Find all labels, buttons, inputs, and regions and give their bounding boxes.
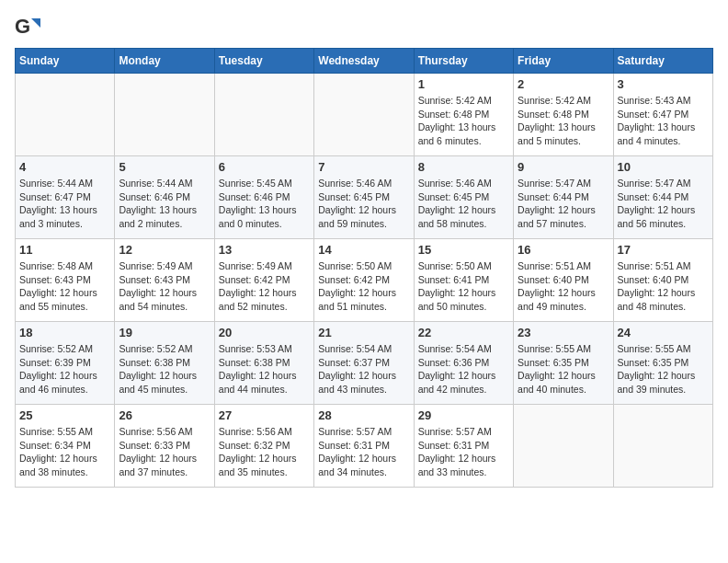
calendar-cell: 11Sunrise: 5:48 AM Sunset: 6:43 PM Dayli…	[16, 239, 115, 322]
day-info: Sunrise: 5:51 AM Sunset: 6:40 PM Dayligh…	[618, 259, 709, 314]
day-info: Sunrise: 5:54 AM Sunset: 6:37 PM Dayligh…	[318, 342, 409, 396]
day-info: Sunrise: 5:55 AM Sunset: 6:34 PM Dayligh…	[19, 425, 110, 479]
calendar-cell: 14Sunrise: 5:50 AM Sunset: 6:42 PM Dayli…	[314, 239, 414, 322]
day-info: Sunrise: 5:56 AM Sunset: 6:32 PM Dayligh…	[219, 425, 310, 479]
day-number: 25	[19, 408, 110, 422]
day-number: 9	[518, 160, 609, 174]
day-number: 12	[119, 243, 210, 257]
day-number: 28	[318, 408, 409, 422]
calendar-cell: 4Sunrise: 5:44 AM Sunset: 6:47 PM Daylig…	[16, 156, 115, 239]
weekday-header-monday: Monday	[115, 49, 214, 74]
day-number: 1	[418, 77, 509, 91]
day-number: 23	[518, 326, 609, 339]
day-number: 21	[318, 326, 409, 339]
day-number: 16	[518, 243, 609, 257]
day-info: Sunrise: 5:46 AM Sunset: 6:45 PM Dayligh…	[318, 177, 409, 231]
day-info: Sunrise: 5:50 AM Sunset: 6:41 PM Dayligh…	[418, 259, 509, 314]
day-number: 5	[119, 160, 210, 174]
day-number: 8	[418, 160, 509, 174]
calendar-cell: 25Sunrise: 5:55 AM Sunset: 6:34 PM Dayli…	[16, 405, 115, 488]
calendar-week-row: 1Sunrise: 5:42 AM Sunset: 6:48 PM Daylig…	[16, 74, 713, 156]
day-info: Sunrise: 5:53 AM Sunset: 6:38 PM Dayligh…	[219, 342, 310, 396]
day-info: Sunrise: 5:49 AM Sunset: 6:42 PM Dayligh…	[219, 259, 310, 314]
calendar-table: SundayMondayTuesdayWednesdayThursdayFrid…	[15, 48, 713, 488]
calendar-cell	[613, 405, 712, 488]
logo: G	[15, 15, 44, 40]
day-number: 19	[119, 326, 210, 339]
day-number: 6	[219, 160, 310, 174]
weekday-header-friday: Friday	[514, 49, 613, 74]
day-number: 14	[318, 243, 409, 257]
calendar-week-row: 11Sunrise: 5:48 AM Sunset: 6:43 PM Dayli…	[16, 239, 713, 322]
calendar-cell: 17Sunrise: 5:51 AM Sunset: 6:40 PM Dayli…	[613, 239, 712, 322]
calendar-cell: 23Sunrise: 5:55 AM Sunset: 6:35 PM Dayli…	[514, 322, 613, 405]
calendar-cell: 15Sunrise: 5:50 AM Sunset: 6:41 PM Dayli…	[414, 239, 513, 322]
weekday-header-thursday: Thursday	[414, 49, 513, 74]
calendar-cell: 21Sunrise: 5:54 AM Sunset: 6:37 PM Dayli…	[314, 322, 414, 405]
calendar-cell: 26Sunrise: 5:56 AM Sunset: 6:33 PM Dayli…	[115, 405, 214, 488]
calendar-cell: 1Sunrise: 5:42 AM Sunset: 6:48 PM Daylig…	[414, 74, 513, 156]
calendar-cell: 19Sunrise: 5:52 AM Sunset: 6:38 PM Dayli…	[115, 322, 214, 405]
calendar-week-row: 4Sunrise: 5:44 AM Sunset: 6:47 PM Daylig…	[16, 156, 713, 239]
calendar-cell: 8Sunrise: 5:46 AM Sunset: 6:45 PM Daylig…	[414, 156, 513, 239]
header: G	[15, 15, 713, 40]
day-number: 4	[19, 160, 110, 174]
calendar-cell: 27Sunrise: 5:56 AM Sunset: 6:32 PM Dayli…	[214, 405, 313, 488]
day-number: 3	[618, 77, 709, 91]
weekday-header-tuesday: Tuesday	[214, 49, 313, 74]
calendar-cell: 13Sunrise: 5:49 AM Sunset: 6:42 PM Dayli…	[214, 239, 313, 322]
day-number: 20	[219, 326, 310, 339]
weekday-header-wednesday: Wednesday	[314, 49, 414, 74]
day-info: Sunrise: 5:42 AM Sunset: 6:48 PM Dayligh…	[418, 94, 509, 148]
calendar-header-row: SundayMondayTuesdayWednesdayThursdayFrid…	[16, 49, 713, 74]
calendar-cell	[314, 74, 414, 156]
svg-text:G: G	[15, 15, 30, 38]
day-info: Sunrise: 5:50 AM Sunset: 6:42 PM Dayligh…	[318, 259, 409, 314]
day-info: Sunrise: 5:45 AM Sunset: 6:46 PM Dayligh…	[219, 177, 310, 231]
day-number: 18	[19, 326, 110, 339]
day-info: Sunrise: 5:43 AM Sunset: 6:47 PM Dayligh…	[618, 94, 709, 148]
day-info: Sunrise: 5:55 AM Sunset: 6:35 PM Dayligh…	[618, 342, 709, 396]
day-number: 26	[119, 408, 210, 422]
calendar-cell: 29Sunrise: 5:57 AM Sunset: 6:31 PM Dayli…	[414, 405, 513, 488]
calendar-week-row: 18Sunrise: 5:52 AM Sunset: 6:39 PM Dayli…	[16, 322, 713, 405]
calendar-cell	[115, 74, 214, 156]
calendar-cell: 7Sunrise: 5:46 AM Sunset: 6:45 PM Daylig…	[314, 156, 414, 239]
day-info: Sunrise: 5:42 AM Sunset: 6:48 PM Dayligh…	[518, 94, 609, 148]
day-info: Sunrise: 5:52 AM Sunset: 6:38 PM Dayligh…	[119, 342, 210, 396]
day-number: 29	[418, 408, 509, 422]
day-info: Sunrise: 5:44 AM Sunset: 6:46 PM Dayligh…	[119, 177, 210, 231]
day-number: 15	[418, 243, 509, 257]
day-number: 24	[618, 326, 709, 339]
calendar-cell: 18Sunrise: 5:52 AM Sunset: 6:39 PM Dayli…	[16, 322, 115, 405]
calendar-cell: 3Sunrise: 5:43 AM Sunset: 6:47 PM Daylig…	[613, 74, 712, 156]
day-number: 10	[618, 160, 709, 174]
day-number: 7	[318, 160, 409, 174]
day-number: 13	[219, 243, 310, 257]
day-info: Sunrise: 5:48 AM Sunset: 6:43 PM Dayligh…	[19, 259, 110, 314]
day-info: Sunrise: 5:44 AM Sunset: 6:47 PM Dayligh…	[19, 177, 110, 231]
day-info: Sunrise: 5:57 AM Sunset: 6:31 PM Dayligh…	[318, 425, 409, 479]
day-info: Sunrise: 5:47 AM Sunset: 6:44 PM Dayligh…	[518, 177, 609, 231]
calendar-cell	[16, 74, 115, 156]
day-info: Sunrise: 5:51 AM Sunset: 6:40 PM Dayligh…	[518, 259, 609, 314]
day-info: Sunrise: 5:52 AM Sunset: 6:39 PM Dayligh…	[19, 342, 110, 396]
calendar-cell: 20Sunrise: 5:53 AM Sunset: 6:38 PM Dayli…	[214, 322, 313, 405]
day-info: Sunrise: 5:56 AM Sunset: 6:33 PM Dayligh…	[119, 425, 210, 479]
day-number: 11	[19, 243, 110, 257]
calendar-week-row: 25Sunrise: 5:55 AM Sunset: 6:34 PM Dayli…	[16, 405, 713, 488]
calendar-cell: 9Sunrise: 5:47 AM Sunset: 6:44 PM Daylig…	[514, 156, 613, 239]
calendar-cell: 16Sunrise: 5:51 AM Sunset: 6:40 PM Dayli…	[514, 239, 613, 322]
day-info: Sunrise: 5:49 AM Sunset: 6:43 PM Dayligh…	[119, 259, 210, 314]
day-number: 27	[219, 408, 310, 422]
calendar-cell: 6Sunrise: 5:45 AM Sunset: 6:46 PM Daylig…	[214, 156, 313, 239]
calendar-cell: 24Sunrise: 5:55 AM Sunset: 6:35 PM Dayli…	[613, 322, 712, 405]
day-info: Sunrise: 5:55 AM Sunset: 6:35 PM Dayligh…	[518, 342, 609, 396]
day-number: 17	[618, 243, 709, 257]
day-info: Sunrise: 5:46 AM Sunset: 6:45 PM Dayligh…	[418, 177, 509, 231]
day-info: Sunrise: 5:47 AM Sunset: 6:44 PM Dayligh…	[618, 177, 709, 231]
weekday-header-saturday: Saturday	[613, 49, 712, 74]
calendar-cell: 28Sunrise: 5:57 AM Sunset: 6:31 PM Dayli…	[314, 405, 414, 488]
calendar-cell	[514, 405, 613, 488]
day-info: Sunrise: 5:54 AM Sunset: 6:36 PM Dayligh…	[418, 342, 509, 396]
